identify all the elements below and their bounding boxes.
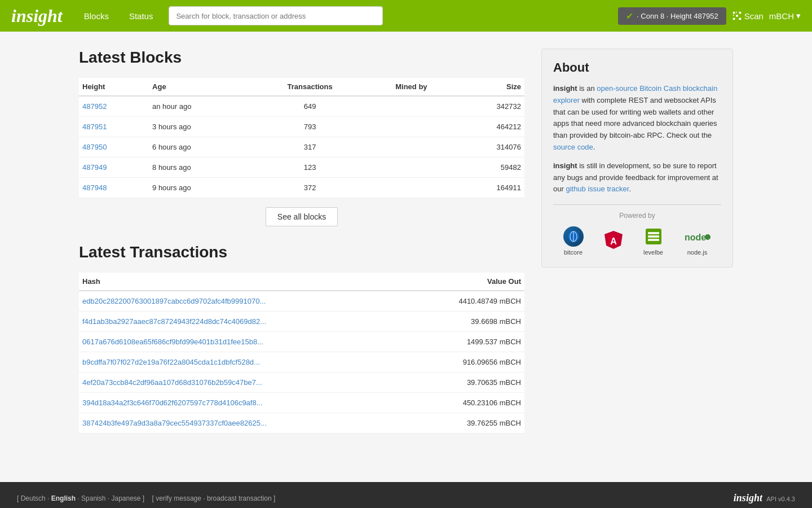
nav-right: ✔ · Conn 8 · Height 487952 Scan mBCH ▾ (618, 7, 801, 25)
svg-point-18 (705, 234, 710, 240)
tx-value-out: 39.70635 mBCH (406, 373, 524, 393)
nodejs-icon: node (683, 226, 712, 247)
connection-badge[interactable]: ✔ · Conn 8 · Height 487952 (618, 7, 726, 25)
nav-status[interactable]: Status (125, 9, 158, 23)
block-age: 6 hours ago (149, 137, 251, 157)
bitcore-logo: bitcore (563, 226, 584, 256)
tx-hash-link[interactable]: b9cdffa7f07f027d2e19a76f22a8045cda1c1dbf… (82, 358, 260, 366)
leveldb-icon (643, 226, 664, 247)
block-height-link[interactable]: 487950 (82, 143, 107, 151)
tx-hash-link[interactable]: edb20c282200763001897cabcc6d9702afc4fb99… (82, 297, 266, 305)
tx-hash: b9cdffa7f07f027d2e19a76f22a8045cda1c1dbf… (79, 352, 406, 373)
svg-rect-16 (648, 239, 659, 241)
table-row: 394d18a34a2f3c646f70d62f6207597c778d4106… (79, 393, 524, 413)
conn-label: · Conn 8 · Height 487952 (637, 12, 718, 20)
see-all-wrapper: See all blocks (79, 207, 524, 226)
svg-text:A: A (610, 237, 617, 246)
col-value-out: Value Out (406, 273, 524, 291)
col-height: Height (79, 78, 149, 96)
navbar: insight Blocks Status ✔ · Conn 8 · Heigh… (0, 0, 812, 32)
lang-spanish[interactable]: Spanish (81, 494, 105, 502)
tx-hash: 0617a676d6108ea65f686cf9bfd99e401b31d1fe… (79, 332, 406, 352)
block-transactions: 123 (251, 157, 368, 178)
block-height-link[interactable]: 487949 (82, 163, 107, 172)
tx-value-out: 1499.537 mBCH (406, 332, 524, 352)
nav-blocks[interactable]: Blocks (80, 9, 113, 23)
block-height-link[interactable]: 487948 (82, 183, 107, 192)
lang-deutsch[interactable]: Deutsch (21, 494, 46, 502)
footer-languages: [ Deutsch · English · Spanish · Japanese… (17, 494, 147, 502)
scan-button[interactable]: Scan (732, 11, 764, 21)
mbch-dropdown[interactable]: mBCH ▾ (769, 11, 801, 21)
block-age: an hour ago (149, 96, 251, 117)
broadcast-transaction-link[interactable]: broadcast transaction (207, 494, 272, 502)
svg-rect-3 (736, 15, 738, 17)
insight-bold-1: insight (553, 84, 577, 93)
lang-japanese[interactable]: Japanese (111, 494, 140, 502)
blocks-table: Height Age Transactions Mined by Size 48… (79, 78, 524, 198)
mbch-label: mBCH (769, 11, 794, 21)
svg-rect-15 (648, 235, 659, 238)
svg-rect-14 (648, 232, 659, 234)
table-row: f4d1ab3ba2927aaec87c8724943f224d8dc74c40… (79, 312, 524, 332)
search-input[interactable] (169, 6, 383, 25)
block-mined-by (368, 157, 454, 178)
col-hash: Hash (79, 273, 406, 291)
table-row: 387424b3fe497a9d3a8a79cec554937337cf0aee… (79, 413, 524, 433)
block-mined-by (368, 178, 454, 198)
tx-value-out: 4410.48749 mBCH (406, 291, 524, 312)
nodejs-logo: node node.js (683, 226, 712, 256)
footer: [ Deutsch · English · Spanish · Japanese… (0, 482, 812, 508)
block-height: 487949 (79, 157, 149, 178)
table-row: edb20c282200763001897cabcc6d9702afc4fb99… (79, 291, 524, 312)
footer-brand-section: insight API v0.4.3 (734, 492, 795, 504)
tx-value-out: 916.09656 mBCH (406, 352, 524, 373)
col-transactions: Transactions (251, 78, 368, 96)
tx-hash-link[interactable]: 394d18a34a2f3c646f70d62f6207597c778d4106… (82, 398, 263, 407)
content-area: Latest Blocks Height Age Transactions Mi… (79, 49, 524, 443)
about-panel: About insight is an open-source Bitcoin … (541, 49, 733, 268)
angular-logo: A (603, 230, 624, 252)
source-code-link[interactable]: source code (553, 143, 593, 151)
tx-hash-link[interactable]: f4d1ab3ba2927aaec87c8724943f224d8dc74c40… (82, 317, 266, 326)
block-size: 342732 (454, 96, 524, 117)
col-mined-by: Mined by (368, 78, 454, 96)
svg-rect-2 (732, 18, 735, 20)
about-para1: insight is an open-source Bitcoin Cash b… (553, 83, 721, 154)
col-age: Age (149, 78, 251, 96)
svg-rect-4 (739, 18, 741, 20)
block-age: 8 hours ago (149, 157, 251, 178)
footer-api-version: API v0.4.3 (766, 496, 795, 502)
leveldb-logo: levelbe (643, 226, 664, 256)
tx-hash-link[interactable]: 387424b3fe497a9d3a8a79cec554937337cf0aee… (82, 419, 267, 427)
tx-value-out: 450.23106 mBCH (406, 393, 524, 413)
table-row: 0617a676d6108ea65f686cf9bfd99e401b31d1fe… (79, 332, 524, 352)
see-all-blocks-button[interactable]: See all blocks (266, 207, 338, 226)
nodejs-label: node.js (687, 249, 707, 256)
footer-brand: insight (734, 492, 762, 503)
table-row: 487951 3 hours ago 793 464212 (79, 117, 524, 137)
block-age: 9 hours ago (149, 178, 251, 198)
brand-logo: insight (11, 6, 63, 27)
col-size: Size (454, 78, 524, 96)
footer-links: [ verify message · broadcast transaction… (152, 494, 276, 502)
blockchain-explorer-link[interactable]: open-source Bitcoin Cash blockchain expl… (553, 84, 717, 104)
tx-hash-link[interactable]: 0617a676d6108ea65f686cf9bfd99e401b31d1fe… (82, 338, 263, 346)
block-height-link[interactable]: 487952 (82, 102, 107, 111)
scan-icon (732, 11, 742, 21)
verify-message-link[interactable]: verify message (156, 494, 201, 502)
check-icon: ✔ (626, 11, 633, 21)
tx-hash: 387424b3fe497a9d3a8a79cec554937337cf0aee… (79, 413, 406, 433)
table-row: 487952 an hour ago 649 342732 (79, 96, 524, 117)
latest-blocks-title: Latest Blocks (79, 49, 524, 67)
github-issue-tracker-link[interactable]: github issue tracker (566, 185, 629, 193)
chevron-down-icon: ▾ (796, 11, 801, 21)
block-transactions: 649 (251, 96, 368, 117)
block-height-link[interactable]: 487951 (82, 122, 107, 131)
table-row: 4ef20a73ccb84c2df96aa107d68d31076b2b59c4… (79, 373, 524, 393)
tx-hash-link[interactable]: 4ef20a73ccb84c2df96aa107d68d31076b2b59c4… (82, 378, 262, 387)
lang-english[interactable]: English (51, 494, 76, 502)
block-size: 314076 (454, 137, 524, 157)
table-row: 487949 8 hours ago 123 59482 (79, 157, 524, 178)
footer-left: [ Deutsch · English · Spanish · Japanese… (17, 494, 275, 502)
